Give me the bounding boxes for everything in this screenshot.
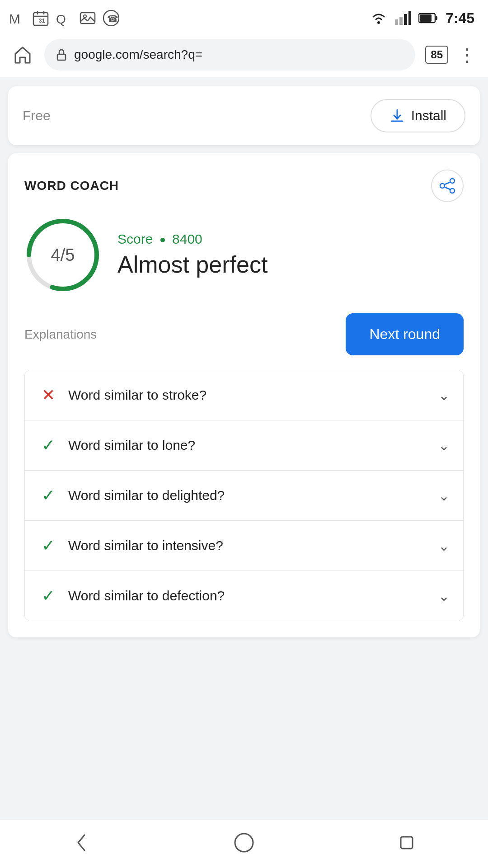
status-bar-app-icons: M 31 Q ☎	[9, 10, 119, 26]
url-text: google.com/search?q=	[74, 47, 404, 62]
svg-rect-17	[435, 16, 437, 20]
correct-icon: ✓	[38, 586, 58, 605]
browser-bar: google.com/search?q= 85 ⋮	[0, 33, 488, 77]
quora-icon: Q	[56, 10, 72, 26]
svg-text:31: 31	[39, 18, 45, 24]
correct-icon: ✓	[38, 536, 58, 555]
gmail-icon: M	[9, 10, 25, 26]
score-section: 4/5 Score 8400 Almost perfect	[24, 217, 464, 293]
svg-point-22	[440, 184, 445, 188]
back-icon	[70, 831, 93, 854]
correct-icon: ✓	[38, 486, 58, 505]
score-label: Score	[117, 231, 153, 246]
correct-icon: ✓	[38, 436, 58, 455]
chevron-icon: ⌄	[438, 387, 450, 403]
wrong-icon: ✕	[38, 386, 58, 405]
home-nav-icon	[233, 831, 255, 854]
share-icon	[439, 177, 456, 194]
question-item[interactable]: ✓ Word similar to lone? ⌄	[25, 420, 463, 471]
wifi-icon	[370, 11, 388, 25]
chevron-icon: ⌄	[438, 488, 450, 504]
score-separator	[160, 238, 165, 242]
question-text: Word similar to intensive?	[68, 538, 438, 553]
battery-icon	[418, 12, 438, 24]
svg-point-23	[450, 189, 455, 193]
svg-rect-18	[420, 14, 432, 22]
signal-icon	[395, 11, 411, 25]
home-icon	[12, 44, 33, 66]
bottom-nav	[0, 820, 488, 868]
svg-rect-13	[399, 17, 403, 25]
svg-line-25	[445, 187, 450, 189]
question-text: Word similar to delighted?	[68, 488, 438, 503]
question-text: Word similar to lone?	[68, 438, 438, 453]
status-bar: M 31 Q ☎	[0, 0, 488, 33]
question-text: Word similar to defection?	[68, 588, 438, 604]
explanations-label: Explanations	[24, 327, 97, 342]
status-bar-system-icons: 7:45	[370, 10, 474, 27]
svg-rect-14	[404, 14, 407, 25]
score-info: Score 8400 Almost perfect	[117, 231, 464, 278]
progress-circle: 4/5	[24, 217, 101, 293]
url-bar[interactable]: google.com/search?q=	[44, 39, 415, 71]
recents-button[interactable]	[394, 830, 419, 855]
score-number: 8400	[172, 231, 202, 246]
question-text: Word similar to stroke?	[68, 387, 438, 403]
recents-icon	[395, 831, 418, 854]
svg-line-24	[445, 182, 450, 184]
question-item[interactable]: ✕ Word similar to stroke? ⌄	[25, 370, 463, 420]
svg-text:Q: Q	[56, 12, 66, 26]
chevron-icon: ⌄	[438, 438, 450, 453]
share-button[interactable]	[431, 170, 464, 202]
svg-rect-19	[57, 54, 66, 60]
tab-count[interactable]: 85	[425, 46, 448, 64]
word-coach-card: WORD COACH 4/5 Score	[8, 153, 480, 637]
home-button[interactable]	[11, 43, 34, 66]
svg-point-8	[84, 15, 86, 18]
svg-rect-12	[395, 19, 398, 25]
word-coach-title: WORD COACH	[24, 179, 119, 193]
word-coach-header: WORD COACH	[24, 170, 464, 202]
time-display: 7:45	[446, 10, 474, 27]
svg-point-28	[235, 834, 253, 852]
question-item[interactable]: ✓ Word similar to defection? ⌄	[25, 571, 463, 621]
back-button[interactable]	[69, 830, 94, 855]
home-nav-button[interactable]	[231, 830, 257, 855]
free-label: Free	[23, 108, 51, 123]
chevron-icon: ⌄	[438, 588, 450, 604]
svg-rect-7	[80, 13, 95, 24]
svg-point-21	[450, 179, 455, 183]
calendar-icon: 31	[33, 10, 49, 26]
questions-list: ✕ Word similar to stroke? ⌄ ✓ Word simil…	[24, 370, 464, 621]
more-menu-button[interactable]: ⋮	[458, 44, 477, 65]
svg-text:M: M	[9, 11, 20, 26]
svg-text:☎: ☎	[107, 14, 118, 24]
score-rating: Almost perfect	[117, 250, 464, 278]
next-round-button[interactable]: Next round	[346, 313, 464, 355]
svg-rect-29	[401, 837, 413, 849]
question-item[interactable]: ✓ Word similar to delighted? ⌄	[25, 471, 463, 521]
lock-icon	[55, 48, 68, 61]
svg-point-11	[377, 21, 380, 24]
install-card: Free Install	[8, 86, 480, 145]
chevron-icon: ⌄	[438, 538, 450, 554]
photo-icon	[80, 10, 96, 26]
score-fraction: 4/5	[51, 245, 75, 265]
install-label: Install	[411, 108, 446, 123]
install-button[interactable]: Install	[371, 99, 465, 132]
actions-row: Explanations Next round	[24, 313, 464, 355]
download-icon	[389, 108, 405, 123]
question-item[interactable]: ✓ Word similar to intensive? ⌄	[25, 521, 463, 571]
score-line: Score 8400	[117, 231, 464, 247]
phone-icon: ☎	[103, 10, 119, 26]
svg-rect-15	[408, 11, 411, 25]
